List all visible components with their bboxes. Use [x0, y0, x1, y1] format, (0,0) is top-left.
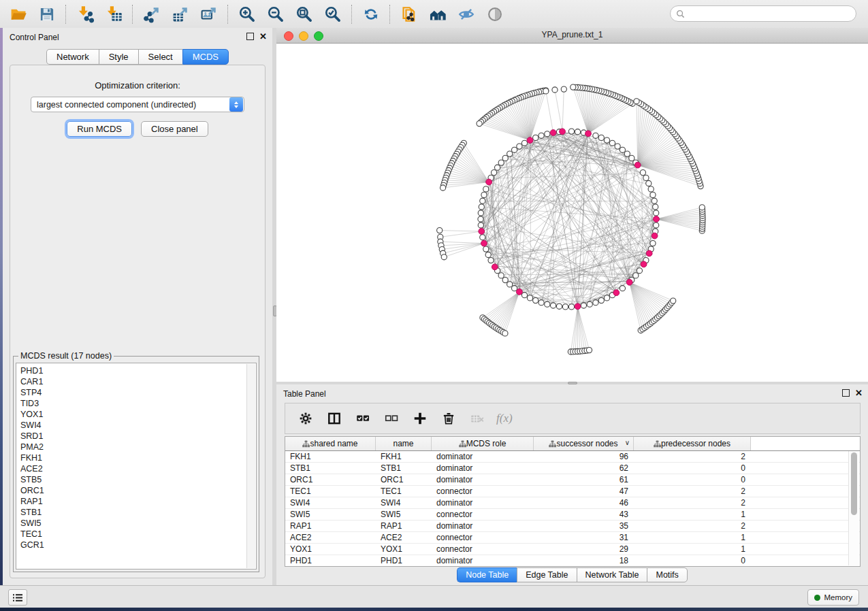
clone-network-icon [400, 5, 418, 23]
table-toolbar: f(x) [285, 403, 861, 434]
mcds-list-scrollbar[interactable] [246, 364, 255, 568]
search-icon [676, 10, 685, 18]
network-window-titlebar[interactable]: YPA_prune.txt_1 [276, 28, 868, 44]
mcds-result-group: MCDS result (17 nodes) PHD1CAR1STP4TID3Y… [13, 351, 259, 572]
float-panel-icon[interactable] [246, 33, 254, 40]
mcds-result-title: MCDS result (17 nodes) [18, 351, 114, 361]
table-row[interactable]: FKH1FKH1dominator962 [285, 451, 860, 463]
cell: 46 [534, 497, 634, 508]
search-input[interactable] [688, 8, 856, 19]
settings-gear-button[interactable] [296, 409, 315, 428]
mcds-result-item[interactable]: TEC1 [20, 529, 256, 540]
cell: 2 [634, 497, 751, 508]
mcds-result-item[interactable]: GCR1 [20, 540, 256, 550]
zoom-in-button[interactable] [235, 3, 259, 25]
hide-details-button[interactable] [454, 3, 479, 25]
toggle-column-button[interactable] [325, 409, 344, 428]
window-close-traffic-light[interactable] [284, 31, 293, 41]
add-row-button[interactable] [411, 409, 430, 428]
task-history-button[interactable] [8, 589, 27, 606]
mcds-result-item[interactable]: SRD1 [20, 431, 256, 442]
table-row[interactable]: SWI4SWI4dominator462 [285, 497, 860, 509]
close-panel-icon[interactable]: ✕ [855, 390, 863, 396]
show-details-icon [486, 5, 504, 23]
status-bar: Memory [0, 585, 868, 608]
mcds-result-item[interactable]: SWI5 [20, 518, 256, 529]
save-button[interactable] [35, 3, 59, 25]
open-file-button[interactable] [6, 3, 31, 25]
column-header-predecessor-nodes[interactable]: predecessor nodes [634, 437, 751, 450]
table-row[interactable]: ORC1ORC1dominator610 [285, 474, 860, 486]
tab-style[interactable]: Style [99, 49, 138, 65]
import-table-button[interactable] [101, 3, 126, 25]
float-panel-icon[interactable] [842, 389, 850, 397]
column-header-name[interactable]: name [376, 437, 432, 450]
table-row[interactable]: ACE2ACE2connector311 [285, 532, 860, 544]
column-header-successor-nodes[interactable]: successor nodes∨ [534, 437, 634, 450]
close-panel-icon[interactable]: ✕ [259, 33, 267, 39]
search-box[interactable] [670, 5, 856, 22]
cell: ORC1 [376, 474, 432, 485]
refresh-button[interactable] [359, 3, 383, 25]
mcds-result-item[interactable]: STB5 [20, 474, 256, 485]
clone-network-button[interactable] [397, 3, 421, 25]
select-all-button[interactable] [353, 409, 372, 428]
mcds-result-item[interactable]: STB1 [20, 507, 256, 518]
criterion-dropdown[interactable]: largest connected component (undirected) [31, 97, 244, 112]
mcds-result-item[interactable]: YOX1 [20, 409, 256, 420]
mcds-result-item[interactable]: TID3 [20, 398, 256, 409]
houses-button[interactable] [425, 3, 450, 25]
shared-column-icon [654, 440, 661, 448]
mcds-result-item[interactable]: FKH1 [20, 452, 256, 463]
zoom-out-button[interactable] [263, 3, 288, 25]
node-table[interactable]: shared namenameMCDS rolesuccessor nodes∨… [285, 436, 861, 567]
zoom-fit-button[interactable] [292, 3, 317, 25]
column-header-shared-name[interactable]: shared name [285, 437, 376, 450]
table-row[interactable]: SWI5SWI5connector431 [285, 509, 860, 521]
tab-network-table[interactable]: Network Table [577, 567, 647, 582]
mcds-result-item[interactable]: ORC1 [20, 485, 256, 496]
tab-mcds[interactable]: MCDS [182, 49, 229, 65]
import-table-icon [105, 5, 123, 23]
mcds-result-item[interactable]: STP4 [20, 387, 256, 398]
mcds-result-item[interactable]: CAR1 [20, 376, 256, 387]
table-row[interactable]: PHD1PHD1dominator180 [285, 555, 860, 567]
mcds-result-item[interactable]: PMA2 [20, 442, 256, 452]
tab-motifs[interactable]: Motifs [647, 567, 687, 582]
export-network-button[interactable] [140, 3, 164, 25]
show-details-button[interactable] [483, 3, 507, 25]
deselect-all-button[interactable] [382, 409, 401, 428]
mcds-result-item[interactable]: ACE2 [20, 463, 256, 474]
cell: PHD1 [285, 555, 376, 566]
tab-network[interactable]: Network [46, 49, 99, 65]
network-graph[interactable] [276, 44, 868, 382]
tab-node-table[interactable]: Node Table [457, 567, 517, 582]
run-mcds-button[interactable]: Run MCDS [67, 121, 132, 137]
table-row[interactable]: TEC1TEC1connector472 [285, 486, 860, 497]
cell: 47 [534, 486, 634, 497]
tab-edge-table[interactable]: Edge Table [517, 567, 576, 582]
table-row[interactable]: RAP1RAP1dominator352 [285, 521, 860, 532]
table-row[interactable]: STB1STB1dominator620 [285, 463, 860, 474]
window-zoom-traffic-light[interactable] [314, 31, 323, 41]
import-network-button[interactable] [73, 3, 97, 25]
scrollbar-thumb[interactable] [851, 452, 857, 515]
export-image-button[interactable] [197, 3, 221, 25]
table-scrollbar[interactable] [848, 451, 859, 565]
memory-button[interactable]: Memory [807, 589, 859, 606]
table-row[interactable]: YOX1YOX1connector291 [285, 544, 860, 555]
close-panel-button[interactable]: Close panel [141, 121, 208, 137]
export-image-icon [200, 5, 218, 23]
mcds-result-item[interactable]: RAP1 [20, 496, 256, 507]
tab-select[interactable]: Select [138, 49, 182, 65]
mcds-result-item[interactable]: SWI4 [20, 420, 256, 431]
zoom-selected-button[interactable] [321, 3, 345, 25]
column-header-MCDS-role[interactable]: MCDS role [432, 437, 534, 450]
mcds-result-list[interactable]: PHD1CAR1STP4TID3YOX1SWI4SRD1PMA2FKH1ACE2… [16, 363, 257, 569]
export-table-button[interactable] [168, 3, 193, 25]
delete-row-button[interactable] [439, 409, 458, 428]
network-canvas[interactable] [276, 44, 868, 382]
mcds-result-item[interactable]: PHD1 [20, 365, 256, 376]
window-minimize-traffic-light[interactable] [299, 31, 308, 41]
cell: SWI5 [376, 509, 432, 520]
